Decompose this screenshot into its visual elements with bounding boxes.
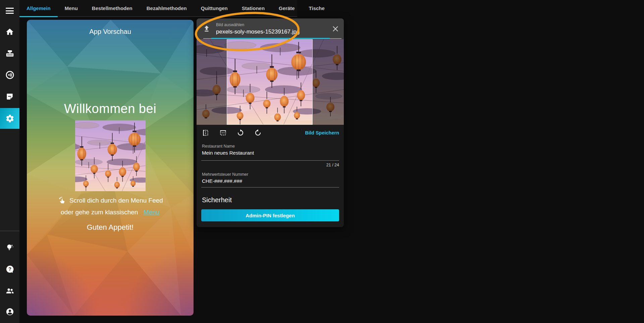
image-crop-area: [197, 39, 344, 125]
upload-icon: [202, 24, 211, 33]
flip-vertical-icon: [219, 129, 227, 137]
close-dialog-button[interactable]: [331, 24, 340, 33]
rotate-left-icon: [254, 129, 262, 137]
settings-tab-bar: Allgemein Menu Bestellmethoden Bezahlmet…: [19, 0, 297, 17]
restaurant-name-input[interactable]: Mein neues Restaurant: [202, 150, 254, 156]
rotate-right-button[interactable]: [236, 128, 245, 137]
flip-vertical-button[interactable]: [219, 128, 227, 137]
menu-icon[interactable]: [0, 3, 19, 19]
tab-bezahlmethoden[interactable]: Bezahlmethoden: [140, 0, 194, 17]
tab-tische[interactable]: Tische: [302, 0, 332, 17]
tab-geraete[interactable]: Geräte: [272, 0, 302, 17]
welcome-headline: Willkommen bei: [27, 102, 194, 116]
filename-input[interactable]: pexels-soly-moses-15239167.jpg: [216, 29, 327, 35]
image-settings-dialog: Bild auswählen pexels-soly-moses-1523916…: [197, 18, 344, 227]
sidebar-item-team[interactable]: [0, 283, 19, 299]
restaurant-name-label: Restaurant Name: [202, 144, 235, 149]
sidebar-item-settings[interactable]: [0, 108, 19, 129]
file-input-label: Bild auswählen: [216, 22, 244, 27]
gear-icon: [5, 114, 14, 123]
home-icon: [5, 28, 14, 36]
save-image-button[interactable]: Bild Speichern: [305, 130, 339, 136]
dialog-header: Bild auswählen pexels-soly-moses-1523916…: [197, 18, 344, 39]
account-icon: [5, 307, 14, 316]
help-icon: ?: [5, 265, 14, 274]
crop-selection-box[interactable]: [227, 39, 313, 125]
close-icon: [332, 25, 339, 33]
classic-menu-text: oder gehe zum klassischen: [61, 209, 138, 216]
tab-quittungen[interactable]: Quittungen: [194, 0, 235, 17]
team-icon: [5, 286, 14, 295]
security-heading: Sicherheit: [202, 196, 232, 204]
classic-menu-row: oder gehe zum klassischenMenu: [27, 209, 194, 216]
svg-text:?: ?: [8, 266, 11, 272]
flip-horizontal-button[interactable]: [201, 128, 210, 137]
sidebar-item-account[interactable]: [0, 304, 19, 320]
sidebar-divider: [0, 231, 19, 231]
crop-toolbar: Bild Speichern: [197, 125, 344, 141]
tab-stationen[interactable]: Stationen: [235, 0, 272, 17]
sidebar-item-home[interactable]: [0, 24, 19, 40]
sidebar-item-announcements[interactable]: [0, 67, 19, 83]
char-counter: 21 / 24: [326, 163, 339, 167]
note-edit-icon: [5, 92, 14, 101]
rotate-left-button[interactable]: [254, 128, 262, 137]
preview-title: App Vorschau: [27, 28, 194, 36]
filename-active-underline: [211, 38, 330, 39]
tab-allgemein[interactable]: Allgemein: [19, 0, 58, 17]
app-preview-panel: App Vorschau Willkommen bei Scroll dich …: [27, 20, 194, 316]
app-window: ? Allgemein Menu Bestellmethoden Bezahlm…: [0, 0, 644, 323]
vat-number-input[interactable]: CHE-###.###.###: [202, 178, 242, 184]
sidebar-item-help[interactable]: ?: [0, 261, 19, 277]
flip-horizontal-icon: [202, 129, 210, 137]
hamburger-icon: [6, 8, 14, 14]
cash-register-icon: [5, 49, 14, 58]
scroll-hint-row: Scroll dich durch den Menu Feed: [27, 196, 194, 205]
classic-menu-link[interactable]: Menu: [144, 209, 160, 216]
vat-number-label: Mehrwertsteuer Nummer: [202, 172, 248, 177]
sidebar-item-register[interactable]: [0, 45, 19, 61]
announcement-icon: [5, 70, 14, 79]
bon-appetit-text: Guten Appetit!: [27, 223, 194, 232]
sidebar: ?: [0, 0, 19, 323]
restaurant-name-underline: [201, 160, 339, 161]
vat-number-underline: [201, 187, 339, 187]
swipe-hand-icon: [57, 196, 66, 205]
tab-bestellmethoden[interactable]: Bestellmethoden: [85, 0, 140, 17]
sidebar-item-ideas[interactable]: [0, 239, 19, 255]
scroll-hint-text: Scroll dich durch den Menu Feed: [69, 197, 163, 204]
sidebar-item-notes[interactable]: [0, 89, 19, 105]
lightbulb-sparkle-icon: [5, 243, 14, 252]
admin-pin-button[interactable]: Admin-PIN festlegen: [201, 209, 339, 221]
tab-menu[interactable]: Menu: [58, 0, 85, 17]
restaurant-photo-thumbnail: [75, 120, 146, 191]
rotate-right-icon: [236, 129, 245, 137]
upload-button[interactable]: [201, 23, 212, 34]
